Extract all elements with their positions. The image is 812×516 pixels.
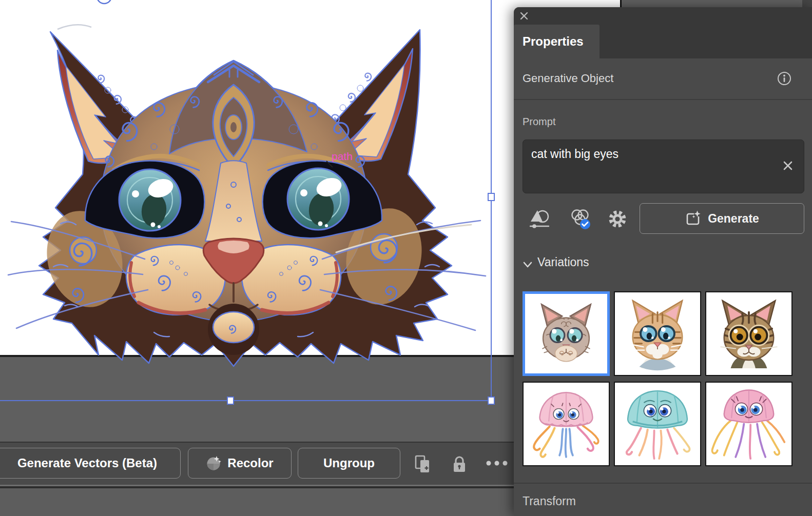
pink-yellow-jellyfish-image xyxy=(706,383,791,465)
generate-sparkle-icon xyxy=(685,210,701,227)
anchor-point-circle[interactable] xyxy=(97,0,111,4)
ornate-cat-image xyxy=(525,294,607,373)
recolor-button[interactable]: Recolor xyxy=(188,448,292,479)
teal-jellyfish-image xyxy=(615,383,700,465)
recolor-icon xyxy=(206,455,222,471)
lock-icon[interactable] xyxy=(450,455,469,473)
illustrator-workspace: path Generate Vectors (Beta) Recolor Ung… xyxy=(0,0,812,516)
docked-panel-strip-dark xyxy=(802,0,812,7)
prompt-input[interactable]: cat with big eyes xyxy=(523,140,804,193)
color-harmony-check-icon[interactable] xyxy=(569,207,592,231)
variation-thumbnail-pink-jellyfish[interactable] xyxy=(523,382,610,466)
generate-button[interactable]: Generate xyxy=(640,203,804,234)
info-icon[interactable] xyxy=(777,71,792,86)
pink-jellyfish-image xyxy=(524,383,609,465)
recolor-label: Recolor xyxy=(227,456,273,470)
settings-gear-icon[interactable] xyxy=(606,207,629,231)
variation-thumbnail-teal-jellyfish[interactable] xyxy=(614,382,701,466)
object-type-label: Generative Object xyxy=(523,72,613,85)
variation-thumbnail-sandy-tabby[interactable] xyxy=(614,291,701,376)
docked-panel-strip xyxy=(620,0,812,7)
style-reference-icon[interactable] xyxy=(528,207,551,231)
section-divider xyxy=(514,99,812,100)
selection-handle-bottom-right[interactable] xyxy=(488,397,494,404)
panel-header xyxy=(514,7,812,25)
tab-properties[interactable]: Properties xyxy=(514,25,600,58)
properties-panel: Properties Generative Object Prompt cat … xyxy=(514,7,812,516)
cat-artwork[interactable] xyxy=(8,30,486,366)
transform-title: Transform xyxy=(523,494,576,508)
generate-vectors-button[interactable]: Generate Vectors (Beta) xyxy=(0,448,181,479)
variation-thumbnail-pink-yellow-jellyfish[interactable] xyxy=(705,382,792,466)
selection-handle-bottom-center[interactable] xyxy=(227,397,234,404)
ungroup-label: Ungroup xyxy=(323,456,375,470)
more-options-icon[interactable] xyxy=(485,459,509,467)
canvas-artwork-layer: path xyxy=(0,0,514,492)
prompt-clear-icon[interactable] xyxy=(781,158,795,173)
generate-label: Generate xyxy=(708,212,759,226)
close-icon[interactable] xyxy=(519,11,529,21)
stray-hair xyxy=(57,25,91,29)
chevron-down-icon[interactable] xyxy=(523,261,533,269)
panel-tab-bar: Properties xyxy=(514,25,812,58)
transform-divider xyxy=(514,483,812,484)
sandy-tabby-image xyxy=(615,292,700,375)
variation-thumbnail-ornate-cat[interactable] xyxy=(523,291,610,376)
contextual-task-bar: Generate Vectors (Beta) Recolor Ungroup xyxy=(0,443,514,485)
generate-vectors-label: Generate Vectors (Beta) xyxy=(17,456,157,470)
variations-title: Variations xyxy=(537,255,589,269)
prompt-value: cat with big eyes xyxy=(531,147,618,161)
ungroup-button[interactable]: Ungroup xyxy=(298,448,400,479)
variation-thumbnail-brown-tabby[interactable] xyxy=(705,291,792,376)
selection-handle-right-middle[interactable] xyxy=(488,193,494,201)
duplicate-icon[interactable] xyxy=(414,455,433,473)
smart-guide-path-label: path xyxy=(332,150,353,162)
brown-tabby-image xyxy=(706,292,791,375)
prompt-label: Prompt xyxy=(523,116,555,128)
